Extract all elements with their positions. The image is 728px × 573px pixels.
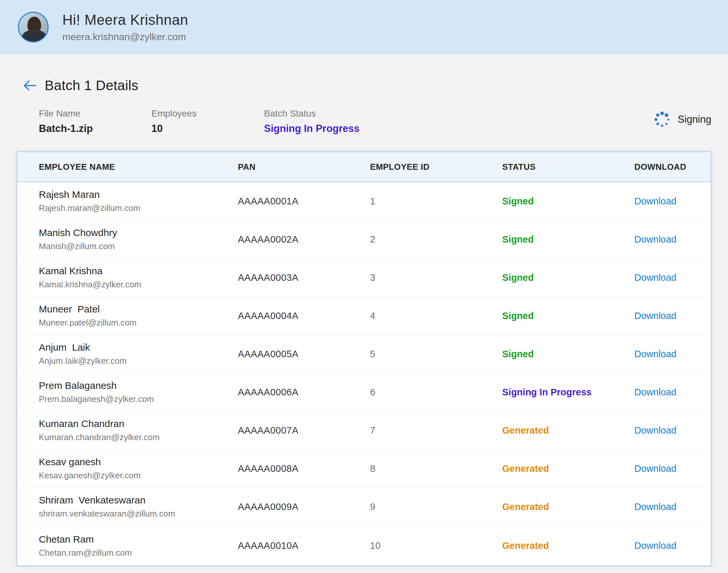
download-cell: Download: [634, 463, 711, 474]
employee-name: Muneer Patel: [39, 304, 238, 315]
title-row: Batch 1 Details: [17, 78, 711, 93]
download-cell: Download: [634, 540, 711, 551]
employee-id: 2: [370, 234, 502, 245]
table-row: Muneer Patel Muneer.patel@zillum.com AAA…: [17, 297, 711, 335]
download-link[interactable]: Download: [634, 425, 676, 435]
employee-table: EMPLOYEE NAME PAN EMPLOYEE ID STATUS DOW…: [17, 152, 711, 566]
table-row: Shriram Venkateswaran shriram.venkateswa…: [17, 488, 711, 526]
employee-email: Manish@zillum.com: [39, 241, 238, 251]
download-cell: Download: [634, 272, 711, 283]
download-link[interactable]: Download: [634, 502, 676, 512]
table-row: Kesav ganesh Kesav.ganesh@zylker.com AAA…: [17, 450, 711, 488]
table-row: Kumaran Chandran Kumaran.chandran@zylker…: [17, 411, 711, 450]
employee-email: Kumaran.chandran@zylker.com: [39, 432, 238, 442]
table-row: Kamal Krishna Kamal.krishna@zylker.com A…: [17, 259, 711, 297]
employee-name-cell: Anjum Laik Anjum.laik@zylker.com: [39, 342, 238, 366]
status-badge: Signed: [502, 349, 634, 360]
download-link[interactable]: Download: [634, 234, 676, 245]
employee-pan: AAAAA0010A: [238, 540, 370, 551]
signing-indicator: Signing: [654, 111, 711, 128]
employee-name: Shriram Venkateswaran: [39, 494, 238, 506]
employee-id: 5: [370, 349, 502, 360]
employee-name: Kumaran Chandran: [39, 418, 238, 429]
employee-name-cell: Rajesh Maran Rajesh.maran@zillum.com: [39, 189, 238, 213]
employees-block: Employees 10: [152, 108, 264, 135]
status-badge: Signed: [502, 196, 634, 207]
download-link[interactable]: Download: [634, 540, 676, 551]
download-link[interactable]: Download: [634, 311, 676, 321]
employees-label: Employees: [152, 108, 264, 119]
status-badge: Generated: [502, 540, 634, 551]
column-header-employee-name: EMPLOYEE NAME: [39, 162, 238, 172]
user-info: Hi! Meera Krishnan meera.krishnan@zylker…: [62, 12, 188, 43]
employee-name-cell: Chetan Ram Chetan.ram@zillum.com: [39, 534, 238, 558]
download-link[interactable]: Download: [634, 272, 676, 283]
employee-id: 4: [370, 311, 502, 321]
employee-id: 8: [370, 463, 502, 474]
status-badge: Signed: [502, 272, 634, 283]
download-cell: Download: [634, 234, 711, 245]
employee-email: Kamal.krishna@zylker.com: [39, 279, 238, 290]
employee-pan: AAAAA0008A: [238, 463, 370, 474]
employee-name-cell: Prem Balaganesh Prem.balaganesh@zylker.c…: [39, 380, 238, 404]
employee-pan: AAAAA0003A: [238, 272, 370, 283]
batch-meta-row: File Name Batch-1.zip Employees 10 Batch…: [17, 108, 711, 135]
employee-pan: AAAAA0004A: [238, 311, 370, 321]
table-row: Manish Chowdhry Manish@zillum.com AAAAA0…: [17, 220, 711, 259]
download-cell: Download: [634, 349, 711, 360]
download-cell: Download: [634, 425, 711, 436]
file-name-label: File Name: [39, 108, 152, 119]
table-header-row: EMPLOYEE NAME PAN EMPLOYEE ID STATUS DOW…: [17, 152, 711, 182]
employees-count: 10: [152, 123, 264, 135]
employee-email: Anjum.laik@zylker.com: [39, 356, 238, 366]
employee-name: Kamal Krishna: [39, 265, 238, 276]
employee-pan: AAAAA0005A: [238, 349, 370, 360]
batch-details-page: Batch 1 Details File Name Batch-1.zip Em…: [0, 78, 728, 566]
status-badge: Generated: [502, 463, 634, 474]
download-link[interactable]: Download: [634, 349, 676, 359]
download-link[interactable]: Download: [634, 196, 676, 206]
table-row: Anjum Laik Anjum.laik@zylker.com AAAAA00…: [17, 335, 711, 373]
employee-pan: AAAAA0007A: [238, 425, 370, 436]
employee-id: 9: [370, 502, 502, 512]
employee-name: Chetan Ram: [39, 534, 238, 545]
status-badge: Signing In Progress: [502, 387, 634, 398]
employee-email: Chetan.ram@zillum.com: [39, 548, 238, 558]
employee-name-cell: Kumaran Chandran Kumaran.chandran@zylker…: [39, 418, 238, 442]
employee-email: Prem.balaganesh@zylker.com: [39, 394, 238, 404]
employee-id: 6: [370, 387, 502, 398]
employee-name: Kesav ganesh: [39, 457, 238, 468]
employee-id: 3: [370, 272, 502, 283]
employee-pan: AAAAA0006A: [238, 387, 370, 398]
employee-name: Prem Balaganesh: [39, 380, 238, 391]
employee-id: 10: [370, 540, 502, 551]
batch-status-label: Batch Status: [264, 108, 434, 119]
column-header-pan: PAN: [238, 162, 370, 172]
status-badge: Signed: [502, 311, 634, 321]
download-link[interactable]: Download: [634, 387, 676, 397]
employee-pan: AAAAA0002A: [238, 234, 370, 245]
batch-status-value: Signing In Progress: [264, 123, 434, 135]
employee-email: shriram.venkateswaran@zillum.com: [39, 509, 238, 519]
status-badge: Signed: [502, 234, 634, 245]
employee-name: Anjum Laik: [39, 342, 238, 353]
avatar: [18, 12, 49, 43]
employee-name-cell: Shriram Venkateswaran shriram.venkateswa…: [39, 494, 238, 519]
download-cell: Download: [634, 311, 711, 321]
column-header-status: STATUS: [502, 162, 634, 172]
employee-pan: AAAAA0001A: [238, 196, 370, 207]
download-cell: Download: [634, 196, 711, 207]
table-body: Rajesh Maran Rajesh.maran@zillum.com AAA…: [17, 182, 711, 566]
table-row: Prem Balaganesh Prem.balaganesh@zylker.c…: [17, 373, 711, 411]
employee-pan: AAAAA0009A: [238, 502, 370, 512]
back-arrow-icon[interactable]: [22, 79, 38, 92]
download-link[interactable]: Download: [634, 463, 676, 474]
column-header-employee-id: EMPLOYEE ID: [370, 162, 502, 172]
employee-email: Kesav.ganesh@zylker.com: [39, 470, 238, 481]
employee-name-cell: Kamal Krishna Kamal.krishna@zylker.com: [39, 265, 238, 290]
table-row: Rajesh Maran Rajesh.maran@zillum.com AAA…: [17, 182, 711, 220]
download-cell: Download: [634, 387, 711, 398]
user-greeting: Hi! Meera Krishnan: [62, 12, 188, 28]
download-cell: Download: [634, 502, 711, 512]
employee-name-cell: Manish Chowdhry Manish@zillum.com: [39, 227, 238, 251]
